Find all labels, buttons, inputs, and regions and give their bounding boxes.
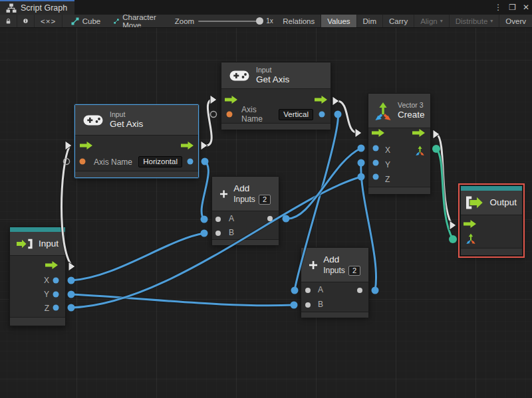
port-label-axis-name: Axis Name xyxy=(241,105,279,124)
output-node-icon xyxy=(466,195,484,211)
toolbar-button-relations[interactable]: Relations xyxy=(277,15,321,27)
chevron-down-icon: ▾ xyxy=(440,18,443,24)
vector3-port-icon xyxy=(466,233,476,244)
zoom-label: Zoom xyxy=(175,17,194,25)
zoom-value: 1x xyxy=(266,17,273,25)
graph-asset-icon xyxy=(71,17,79,25)
toolbar-button-align[interactable]: Align ▾ xyxy=(414,15,450,27)
toolbar-button-overview[interactable]: Overv xyxy=(499,15,532,27)
input-node-icon xyxy=(17,236,33,252)
zoom-slider-knob[interactable] xyxy=(256,17,263,25)
port-label-a: A xyxy=(318,285,323,294)
toolbar-button-distribute[interactable]: Distribute ▾ xyxy=(450,15,500,27)
node-title: Add xyxy=(233,183,271,194)
window-menu-icon[interactable]: ⋮ xyxy=(494,0,502,15)
vector3-icon xyxy=(374,100,392,122)
graph-asset-icon xyxy=(114,17,119,25)
plus-icon xyxy=(220,186,227,202)
info-icon xyxy=(23,17,28,25)
chevron-down-icon: ▾ xyxy=(490,18,493,24)
node-category: Input xyxy=(256,66,289,74)
port-label-b: B xyxy=(229,228,234,237)
port-label-x: X xyxy=(44,276,49,285)
lock-icon xyxy=(6,17,11,25)
node-category: Vector 3 xyxy=(398,101,425,110)
title-tab-bar: Script Graph ⋮ ❒ ✕ xyxy=(0,0,532,15)
axis-name-field[interactable]: Horizontal xyxy=(138,156,182,167)
tab-script-graph[interactable]: Script Graph xyxy=(0,0,74,15)
node-get-axis-horizontal[interactable]: Input Get Axis Axis Name Horizontal xyxy=(74,104,199,178)
port-label-y: Y xyxy=(385,160,390,169)
port-label-y: Y xyxy=(44,290,49,299)
lock-button[interactable] xyxy=(0,15,17,27)
inputs-label: Inputs xyxy=(323,266,345,275)
node-title: Get Axis xyxy=(256,74,289,85)
node-category: Input xyxy=(110,110,143,119)
breadcrumb-label: Character Move xyxy=(122,15,159,28)
zoom-slider[interactable] xyxy=(198,21,262,22)
window-maximize-icon[interactable]: ❒ xyxy=(509,0,516,15)
plus-icon xyxy=(309,257,317,273)
axis-name-field[interactable]: Vertical xyxy=(279,109,313,120)
port-label-z: Z xyxy=(45,304,49,313)
node-title: Input xyxy=(39,239,59,249)
breadcrumb-character-move[interactable]: Character Move xyxy=(107,15,166,27)
node-title: Get Axis xyxy=(110,119,143,130)
node-title: Output xyxy=(489,197,517,208)
graph-hierarchy-icon xyxy=(6,3,17,13)
node-output[interactable]: Output xyxy=(460,185,523,256)
node-title: Add xyxy=(323,254,360,265)
node-title: Create xyxy=(398,110,425,120)
port-label-b: B xyxy=(318,300,323,309)
port-label-axis-name: Axis Name xyxy=(94,157,132,167)
inputs-count-field[interactable]: 2 xyxy=(348,266,360,276)
node-add-top[interactable]: Add Inputs 2 A B xyxy=(211,176,279,245)
breadcrumb-label: Cube xyxy=(82,17,101,25)
toolbar-button-values[interactable]: Values xyxy=(321,15,356,27)
toolbar-button-dim[interactable]: Dim xyxy=(357,15,383,27)
vector3-port-icon xyxy=(415,146,425,155)
tab-title: Script Graph xyxy=(21,3,67,13)
code-preview-button[interactable]: <×> xyxy=(35,15,63,27)
node-vector3-create[interactable]: Vector 3 Create X Y Z xyxy=(368,93,431,194)
script-graph-window: { "window": { "tab_title": "Script Graph… xyxy=(0,0,532,398)
node-input[interactable]: Input X Y Z xyxy=(9,227,66,326)
port-label-z: Z xyxy=(385,175,390,184)
gamepad-icon xyxy=(229,70,249,82)
inputs-label: Inputs xyxy=(233,195,255,204)
port-label-x: X xyxy=(385,146,390,155)
toolbar-button-carry[interactable]: Carry xyxy=(383,15,414,27)
node-add-bottom[interactable]: Add Inputs 2 A B xyxy=(301,247,369,317)
breadcrumb-cube[interactable]: Cube xyxy=(65,15,108,27)
inspect-button[interactable] xyxy=(17,15,35,27)
graph-toolbar: <×> Cube Character Move Zoom 1x xyxy=(0,15,532,28)
gamepad-icon xyxy=(83,114,103,126)
port-label-a: A xyxy=(229,214,234,223)
inputs-count-field[interactable]: 2 xyxy=(259,195,271,205)
node-get-axis-vertical[interactable]: Input Get Axis Axis Name Vertical xyxy=(221,62,331,130)
window-close-icon[interactable]: ✕ xyxy=(523,0,529,15)
